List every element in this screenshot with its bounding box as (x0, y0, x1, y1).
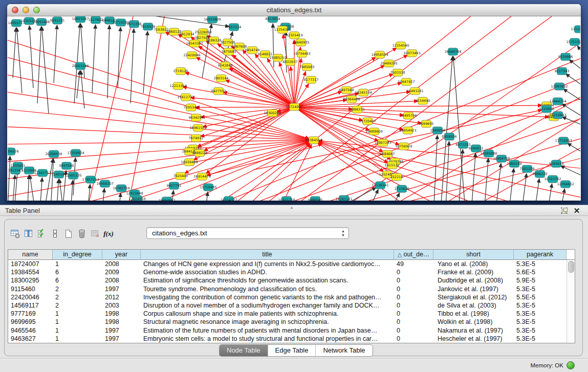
memory-ok-indicator-icon[interactable] (567, 361, 575, 369)
column-header-name[interactable]: name (8, 250, 53, 259)
yellow-node-9242848[interactable]: 9242848 (218, 62, 233, 69)
yellow-node-2718126[interactable]: 2718126 (173, 68, 188, 75)
teal-node-7857224[interactable]: 7857224 (227, 24, 242, 31)
table-row[interactable]: 1456911722003Disruption of a novel membe… (8, 301, 575, 310)
yellow-node-6497568[interactable]: 6497568 (339, 86, 354, 94)
teal-node-9397548[interactable]: 9397548 (59, 162, 74, 169)
teal-node-9245012[interactable]: 9245012 (469, 145, 484, 152)
table-row[interactable]: 946362711997Embryonic stem cells: a mode… (8, 335, 575, 343)
yellow-node-9634254[interactable]: 9634254 (189, 114, 204, 121)
teal-node-7615526[interactable]: 7615526 (141, 23, 156, 30)
tab-edge-table[interactable]: Edge Table (268, 345, 316, 356)
float-window-icon[interactable] (560, 207, 569, 215)
table-row[interactable]: 1830029562008Estimation of significance … (8, 276, 575, 285)
yellow-node-22420046[interactable]: 22420046 (183, 52, 200, 59)
network-view-window[interactable]: citations_edges.txt 14055717183552742069… (7, 4, 581, 201)
yellow-node-15493281[interactable]: 15493281 (406, 87, 423, 95)
teal-node-7581209[interactable]: 7581209 (520, 165, 535, 172)
teal-node-16782759[interactable]: 16782759 (113, 185, 129, 192)
unselect-rows-icon[interactable] (49, 228, 62, 240)
teal-node-20206536[interactable]: 20206536 (45, 150, 62, 158)
teal-node-20053346[interactable]: 20053346 (72, 62, 89, 70)
teal-node-10321768[interactable]: 10321768 (278, 196, 295, 201)
table-row[interactable]: 911546021997Tourette syndrome. Phenomeno… (8, 285, 575, 293)
column-header-in_degree[interactable]: in_degree (53, 250, 102, 259)
yellow-node-14958514[interactable]: 14958514 (371, 51, 388, 58)
scrollbar-thumb[interactable] (568, 261, 574, 273)
column-header-pagerank[interactable]: pagerank (514, 250, 567, 259)
table-panel-titlebar[interactable]: ▲ Table Panel ✕ (0, 205, 588, 216)
teal-node-9886595[interactable]: 9886595 (308, 196, 323, 201)
yellow-node-18495796[interactable]: 18495796 (400, 112, 417, 119)
column-header-title[interactable]: title (141, 250, 394, 259)
window-titlebar[interactable]: citations_edges.txt (7, 4, 581, 16)
teal-node-9329966[interactable]: 9329966 (558, 53, 573, 60)
select-all-checks-icon[interactable] (35, 228, 49, 240)
teal-node-17710433[interactable]: 17710433 (555, 137, 572, 144)
teal-node-1527602[interactable]: 1527602 (89, 16, 103, 24)
table-row[interactable]: 2242004622012Investigating the contribut… (8, 293, 575, 301)
zoom-window-icon[interactable] (33, 7, 40, 13)
yellow-node-7625402[interactable]: 7625402 (173, 172, 188, 180)
vertical-scrollbar[interactable] (567, 260, 575, 343)
yellow-node-19734493[interactable]: 19734493 (293, 50, 310, 57)
tab-network-table[interactable]: Network Table (316, 345, 372, 356)
teal-node-9227343[interactable]: 9227343 (555, 68, 570, 75)
teal-node-8958924[interactable]: 8958924 (442, 133, 457, 140)
teal-node-16904708[interactable]: 16904708 (493, 155, 510, 162)
yellow-node-19654923[interactable]: 19654923 (399, 127, 416, 134)
teal-node-8813054[interactable]: 8813054 (266, 16, 280, 23)
yellow-node-16961570[interactable]: 16961570 (189, 124, 206, 132)
network-canvas[interactable]: 1405571718355274206914069631251106532871… (8, 16, 580, 201)
table-row[interactable]: 977716911998Corpus callosum shape and si… (8, 310, 575, 318)
table-column-select-icon[interactable] (22, 228, 35, 240)
yellow-node-2803144[interactable]: 2803144 (214, 75, 229, 82)
teal-node-16033809[interactable]: 16033809 (204, 16, 221, 23)
table-settings-icon[interactable] (9, 228, 22, 240)
yellow-node-15720407[interactable]: 15720407 (359, 118, 376, 125)
column-header-out_de[interactable]: △ out_de… (394, 250, 433, 259)
minimize-window-icon[interactable] (23, 7, 29, 13)
yellow-node-7485083[interactable]: 7485083 (300, 63, 315, 71)
table-body[interactable]: 1872400712008Changes of HCN gene express… (8, 260, 575, 343)
citation-network-graph[interactable]: 1405571718355274206914069631251106532871… (8, 16, 580, 201)
teal-node-10653287[interactable]: 10653287 (72, 16, 89, 23)
yellow-node-8177317[interactable]: 8177317 (304, 76, 319, 83)
yellow-node-18640935[interactable]: 18640935 (292, 39, 309, 46)
yellow-node-7295348[interactable]: 7295348 (184, 104, 199, 111)
table-header-row[interactable]: namein_degreeyeartitle△ out_de…shortpage… (8, 250, 575, 260)
yellow-node-9154490[interactable]: 9154490 (416, 97, 430, 104)
pane-divider-grip[interactable]: ▲ (290, 206, 294, 210)
delete-table-icon[interactable] (75, 228, 89, 240)
tab-node-table[interactable]: Node Table (220, 345, 268, 356)
teal-node-17359924[interactable]: 17359924 (67, 149, 84, 157)
teal-node-9886220[interactable]: 9886220 (533, 170, 548, 178)
teal-node-12764632[interactable]: 12764632 (557, 181, 574, 188)
teal-node-18214322[interactable]: 18214322 (220, 196, 237, 201)
close-panel-icon[interactable]: ✕ (573, 207, 581, 215)
yellow-node-12154540[interactable]: 12154540 (392, 42, 409, 49)
yellow-node-9699695[interactable]: 9699695 (419, 120, 434, 127)
yellow-node-18039489[interactable]: 18039489 (181, 159, 198, 166)
teal-node-15751074[interactable]: 15751074 (566, 38, 580, 46)
teal-node-1733426[interactable]: 1733426 (395, 185, 409, 192)
yellow-node-10688609[interactable]: 10688609 (365, 128, 382, 135)
yellow-node-20364486[interactable]: 20364486 (343, 96, 360, 103)
table-selector-dropdown[interactable]: citations_edges.txt ▲▼ (146, 227, 349, 239)
teal-node-12505135[interactable]: 12505135 (64, 172, 81, 179)
close-window-icon[interactable] (12, 7, 18, 13)
teal-node-26206526[interactable]: 26206526 (8, 148, 19, 155)
teal-node-14741141[interactable]: 14741141 (335, 195, 352, 201)
teal-node-9631251[interactable]: 9631251 (50, 17, 65, 24)
function-builder-icon[interactable]: f(x) (102, 228, 115, 240)
yellow-node-7674912[interactable]: 7674912 (189, 135, 204, 142)
yellow-node-252214[interactable]: 252214 (390, 173, 403, 181)
teal-node-16648784[interactable]: 16648784 (444, 48, 461, 55)
teal-node-10553792[interactable]: 10553792 (544, 176, 561, 183)
yellow-node-10647427[interactable]: 10647427 (398, 78, 415, 85)
column-header-year[interactable]: year (102, 250, 141, 259)
new-table-icon[interactable] (62, 228, 75, 240)
table-row[interactable]: 1872400712008Changes of HCN gene express… (8, 260, 575, 268)
teal-node-1860189[interactable]: 1860189 (507, 160, 522, 167)
column-header-short[interactable]: short (433, 250, 514, 259)
